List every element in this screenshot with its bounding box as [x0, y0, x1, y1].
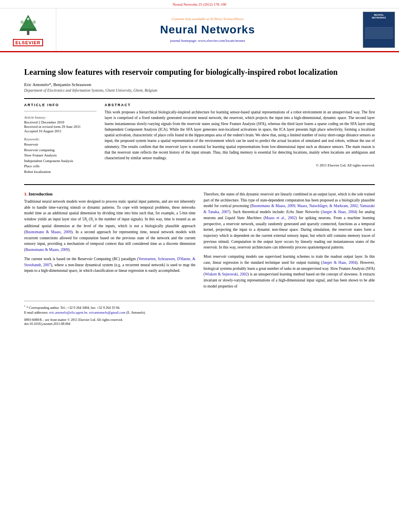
intro-para-4: Most reservoir computing models use supe…	[204, 254, 375, 289]
intro-para-3: Therefore, the states of this dynamic re…	[204, 191, 375, 251]
body-col-left: 1. Introduction Traditional neural netwo…	[24, 191, 195, 293]
received-date: Received 2 December 2010	[24, 120, 97, 124]
email-person: (E. Antonelo).	[126, 310, 146, 314]
article-affiliation: Department of Electronics and Informatio…	[24, 88, 375, 92]
journal-ref-text: Neural Networks 25 (2012) 178–190	[173, 2, 226, 6]
abstract-title: ABSTRACT	[105, 103, 375, 107]
intro-para-2: The current work is based on the Reservo…	[24, 256, 195, 274]
abstract-text: This work proposes a hierarchical biolog…	[105, 109, 375, 161]
sciverse-link-text[interactable]: SciVerse ScienceDirect	[210, 17, 244, 21]
accepted-date: Accepted 16 August 2011	[24, 129, 97, 133]
section-1-heading: 1. Introduction	[24, 191, 195, 196]
body-columns: 1. Introduction Traditional neural netwo…	[24, 191, 375, 293]
article-info-title: ARTICLE INFO	[24, 103, 97, 107]
elsevier-tree-icon	[16, 13, 40, 37]
info-divider	[24, 111, 97, 111]
doi-line: doi:10.1016/j.neunet.2011.08.004	[24, 322, 375, 326]
banner-right: NEURAL NETWORKS	[359, 8, 399, 51]
keywords-group: Keywords: Reservoir Reservoir computing …	[24, 137, 97, 175]
footnote-star-text: * * Corresponding author. Tel.: +32 9 26…	[24, 304, 375, 310]
banner-center: Contents lists available at SciVerse Sci…	[56, 8, 359, 51]
keywords-label: Keywords:	[24, 137, 97, 141]
intro-para-1: Traditional neural network models were d…	[24, 199, 195, 253]
keyword-sfa: Slow Feature Analysis	[24, 153, 97, 158]
journal-cover-image: NEURAL NETWORKS	[363, 12, 395, 48]
cover-title-text: NEURAL NETWORKS	[372, 14, 386, 19]
keyword-robot-localization: Robot localization	[24, 169, 97, 175]
abstract-divider	[24, 184, 375, 185]
svg-point-5	[27, 18, 29, 20]
homepage-link[interactable]: www.elsevier.com/locate/neunet	[198, 39, 245, 43]
journal-homepage: journal homepage: www.elsevier.com/locat…	[170, 39, 245, 43]
article-history-group: Article history: Received 2 December 201…	[24, 115, 97, 133]
article-history-label: Article history:	[24, 115, 97, 119]
journal-title-banner: Neural Networks	[160, 23, 255, 36]
journal-header-bar: Neural Networks 25 (2012) 178–190	[0, 0, 399, 8]
article-authors: Eric Antonelo*, Benjamin Schrauwen	[24, 82, 375, 87]
article-abstract-col: ABSTRACT This work proposes a hierarchic…	[105, 103, 375, 179]
body-col-right: Therefore, the states of this dynamic re…	[204, 191, 375, 293]
article-footer: * * Corresponding author. Tel.: +32 9 26…	[24, 301, 375, 326]
keyword-reservoir-computing: Reservoir computing	[24, 148, 97, 153]
footnote-email: E-mail addresses: eric.antonelo@elis.uge…	[24, 310, 375, 315]
svg-point-4	[33, 21, 36, 24]
keyword-place-cells: Place cells	[24, 164, 97, 169]
article-meta-row: ARTICLE INFO Article history: Received 2…	[24, 103, 375, 179]
section-number: 1.	[24, 191, 29, 196]
article-info-col: ARTICLE INFO Article history: Received 2…	[24, 103, 97, 179]
email-addresses: eric.antonelo@elis.ugent.be, ericantonne…	[49, 310, 125, 314]
elsevier-logo-box: ELSEVIER	[0, 8, 56, 51]
elsevier-wordmark: ELSEVIER	[13, 39, 43, 46]
issn-line: 0893-6080/$ – see front matter © 2011 El…	[24, 318, 375, 322]
main-content: Learning slow features with reservoir co…	[0, 52, 399, 334]
article-title: Learning slow features with reservoir co…	[24, 67, 375, 77]
section-title: Introduction	[29, 191, 53, 196]
keyword-ica: Independent Component Analysis	[24, 158, 97, 164]
footer-ids: 0893-6080/$ – see front matter © 2011 El…	[24, 318, 375, 326]
sciverse-link: Contents lists available at SciVerse Sci…	[172, 17, 244, 21]
keyword-reservoir: Reservoir	[24, 142, 97, 148]
svg-point-3	[21, 21, 24, 24]
email-label: E-mail addresses:	[24, 310, 48, 314]
revised-date: Received in revised form 29 June 2011	[24, 125, 97, 129]
copyright-line: © 2011 Elsevier Ltd. All rights reserved…	[105, 163, 375, 167]
title-divider	[24, 98, 375, 99]
elsevier-banner: ELSEVIER Contents lists available at Sci…	[0, 8, 399, 52]
